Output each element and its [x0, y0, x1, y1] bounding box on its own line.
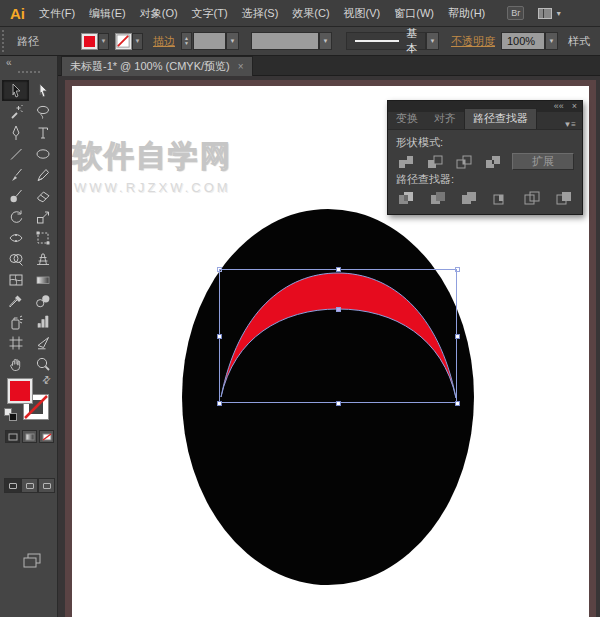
pencil-icon [35, 167, 51, 183]
scale-tool[interactable] [29, 206, 56, 227]
type-tool[interactable] [29, 122, 56, 143]
draw-inside-button[interactable] [38, 478, 55, 493]
menu-窗口W[interactable]: 窗口(W) [394, 6, 434, 21]
rotate-tool[interactable] [2, 206, 29, 227]
close-tab-icon[interactable]: × [238, 61, 244, 72]
selection-handle-top-right[interactable] [455, 267, 460, 272]
merge-button[interactable] [459, 190, 479, 206]
panel-menu-icon[interactable]: ▼≡ [557, 120, 582, 129]
panel-close-icon[interactable]: × [572, 102, 577, 111]
artboard-tool[interactable] [2, 332, 29, 353]
menu-文字T[interactable]: 文字(T) [192, 6, 228, 21]
free-transform-tool[interactable] [29, 227, 56, 248]
screen-mode-button[interactable] [22, 552, 42, 572]
fill-dropdown-arrow[interactable]: ▼ [98, 33, 109, 50]
width-tool[interactable] [2, 227, 29, 248]
minus-back-button[interactable] [554, 190, 574, 206]
draw-behind-button[interactable] [21, 478, 38, 493]
shape-builder-tool[interactable] [2, 248, 29, 269]
menu-视图V[interactable]: 视图(V) [344, 6, 381, 21]
lasso-tool[interactable] [29, 101, 56, 122]
selection-handle-bottom-left[interactable] [217, 401, 222, 406]
crop-button[interactable] [491, 190, 511, 206]
collapse-tools-icon[interactable]: « [6, 57, 12, 68]
stroke-weight-field[interactable] [193, 32, 226, 50]
outline-button[interactable] [522, 190, 542, 206]
selection-handle-top-center[interactable] [336, 267, 341, 272]
fill-color-chip[interactable] [7, 378, 33, 404]
expand-button[interactable]: 扩展 [512, 153, 574, 170]
column-graph-tool[interactable] [29, 311, 56, 332]
stroke-dropdown-arrow[interactable]: ▼ [132, 33, 143, 50]
swap-fill-stroke-icon[interactable]: ⇄ [39, 373, 53, 387]
panel-tab-变换[interactable]: 变换 [388, 109, 426, 129]
pencil-tool[interactable] [29, 164, 56, 185]
mesh-tool[interactable] [2, 269, 29, 290]
menu-效果C[interactable]: 效果(C) [292, 6, 329, 21]
selection-tool[interactable] [2, 80, 29, 101]
menu-文件F[interactable]: 文件(F) [39, 6, 75, 21]
fill-color-red [84, 36, 95, 47]
line-segment-tool[interactable] [2, 143, 29, 164]
pen-tool[interactable] [2, 122, 29, 143]
selection-handle-bottom-right[interactable] [455, 401, 460, 406]
blob-brush-tool[interactable] [2, 185, 29, 206]
fill-color-swatch[interactable] [81, 33, 98, 50]
direct-selection-tool[interactable] [29, 80, 56, 101]
slice-tool[interactable] [29, 332, 56, 353]
trim-button[interactable] [428, 190, 448, 206]
minus-front-button[interactable] [425, 154, 445, 170]
opacity-label-link[interactable]: 不透明度 [451, 34, 495, 49]
panel-tab-对齐[interactable]: 对齐 [426, 109, 464, 129]
symbol-sprayer-tool[interactable] [2, 311, 29, 332]
tools-panel-grip[interactable] [18, 71, 40, 73]
anchor-point[interactable] [336, 307, 341, 312]
bridge-button[interactable]: Br [507, 6, 524, 20]
blend-tool[interactable] [29, 290, 56, 311]
intersect-button[interactable] [454, 154, 474, 170]
eraser-tool[interactable] [29, 185, 56, 206]
default-fill-stroke-icon[interactable] [4, 408, 17, 421]
draw-normal-button[interactable] [4, 478, 21, 493]
color-mode-button[interactable] [5, 430, 20, 443]
menu-帮助H[interactable]: 帮助(H) [448, 6, 485, 21]
menu-编辑E[interactable]: 编辑(E) [89, 6, 126, 21]
width-profile-field[interactable] [251, 32, 319, 50]
ellipse-tool[interactable] [29, 143, 56, 164]
opacity-field[interactable]: 100% [501, 32, 545, 50]
gradient-tool[interactable] [29, 269, 56, 290]
paintbrush-tool[interactable] [2, 164, 29, 185]
eyedropper-tool[interactable] [2, 290, 29, 311]
selection-bounding-box[interactable] [219, 269, 457, 403]
unite-button[interactable] [396, 154, 416, 170]
selection-handle-bottom-center[interactable] [336, 401, 341, 406]
menu-选择S[interactable]: 选择(S) [242, 6, 279, 21]
stroke-weight-stepper[interactable]: ▲▼ [181, 32, 192, 50]
panel-tab-路径查找器[interactable]: 路径查找器 [464, 108, 537, 129]
gradient-mode-button[interactable] [22, 430, 37, 443]
brush-definition-field[interactable]: 基本 [346, 32, 426, 50]
menu-对象O[interactable]: 对象(O) [140, 6, 178, 21]
selection-handle-mid-right[interactable] [455, 334, 460, 339]
panel-collapse-icon[interactable]: «« [554, 102, 564, 111]
brush-definition-dropdown[interactable]: ▼ [426, 32, 439, 50]
ellipse-icon [35, 146, 51, 162]
rotate-icon [8, 209, 24, 225]
stroke-label-link[interactable]: 描边 [153, 34, 175, 49]
exclude-button[interactable] [483, 154, 503, 170]
hand-tool[interactable] [2, 353, 29, 374]
none-mode-button[interactable] [39, 430, 54, 443]
stroke-weight-dropdown[interactable]: ▼ [226, 32, 239, 50]
divide-button[interactable] [396, 190, 416, 206]
opacity-dropdown[interactable]: ▼ [545, 32, 558, 50]
stroke-color-swatch[interactable] [115, 33, 132, 50]
selection-handle-top-left[interactable] [217, 267, 222, 272]
document-tab[interactable]: 未标题-1* @ 100% (CMYK/预览) × [61, 56, 253, 76]
zoom-tool[interactable] [29, 353, 56, 374]
control-bar-grip[interactable] [2, 30, 9, 52]
workspace-switcher-button[interactable]: ▼ [538, 8, 562, 19]
perspective-grid-tool[interactable] [29, 248, 56, 269]
magic-wand-tool[interactable] [2, 101, 29, 122]
selection-handle-mid-left[interactable] [217, 334, 222, 339]
width-profile-dropdown[interactable]: ▼ [319, 32, 332, 50]
